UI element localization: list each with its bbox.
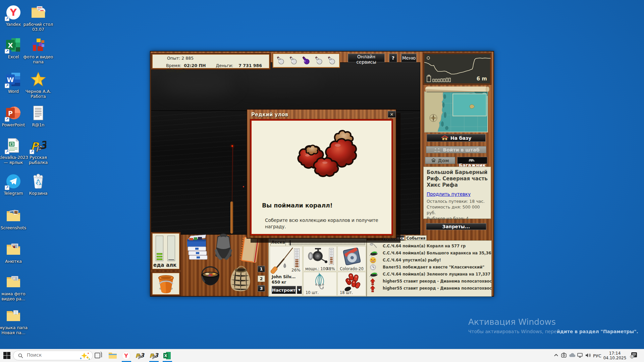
dialog-close-button[interactable]: ✕ (388, 111, 396, 118)
event-row: higher55 ставит рекорд - Дианема полосат… (367, 278, 491, 285)
desktop-icon-muzyka-papa[interactable]: музыка папа Новая па... (0, 308, 30, 335)
trunk-tab-button[interactable]: Багажник (457, 157, 487, 164)
depth-value: 6 m (477, 76, 487, 82)
desktop-icon-anyutka[interactable]: Анютка (0, 241, 30, 264)
tackle-box-icon[interactable] (184, 234, 209, 260)
rare-catch-dialog: Редкий улов ✕ Вы поймали коралл! Соберит… (247, 109, 396, 239)
enter-hq-button[interactable]: Войти в штаб (426, 146, 486, 153)
record-arrow-icon (370, 278, 378, 285)
menu-button[interactable]: Меню (401, 54, 417, 62)
clock[interactable]: 17:14 04.10.2025 (603, 351, 627, 360)
creel-icon[interactable] (227, 265, 254, 294)
search-box[interactable] (13, 351, 93, 360)
line-slider-thumb[interactable] (290, 240, 291, 245)
tray-chevron-icon[interactable] (553, 353, 559, 358)
event-row: Валет51 побеждает в квесте "Классический… (367, 264, 491, 271)
desktop-icon-mama-foto[interactable]: мама фото видео ра... (0, 274, 30, 301)
supplies-panel: еда алк (151, 232, 181, 270)
desktop-icon-chernov-rabota[interactable]: Чернов А.А. Работа (22, 71, 54, 99)
language-indicator[interactable]: РУС (593, 353, 601, 358)
to-base-button[interactable]: На базу (427, 134, 486, 142)
bucket-panel[interactable] (151, 272, 181, 296)
clock-icon (370, 264, 378, 270)
svg-text:3: 3 (40, 139, 46, 152)
online-services-button[interactable]: Онлайн сервисы (348, 54, 385, 62)
pp3-taskbar-button-active[interactable]: Pp3 (149, 351, 158, 360)
task-view-button[interactable] (94, 351, 103, 360)
lures-slot[interactable]: 18 шт. (337, 272, 366, 296)
copilot-sparkle-icon (80, 352, 90, 360)
search-icon (18, 353, 23, 358)
home-icon (431, 158, 436, 163)
desktop-icon-recycle-bin[interactable]: Корзина (22, 173, 54, 196)
reel-slot[interactable]: мощн.: 100 48% (303, 246, 337, 271)
potion-flask-icon[interactable] (327, 56, 336, 67)
start-button[interactable] (3, 352, 10, 360)
dialog-body-text: Соберите всю коллекцию кораллов и получи… (265, 217, 381, 230)
colored-blocks-icon (30, 37, 46, 53)
extend-ticket-link[interactable]: Продлить путевку (427, 191, 471, 197)
keepnet-slot-2-button[interactable]: 2 (258, 276, 265, 282)
minimap[interactable] (424, 86, 490, 134)
potion-flask-icon[interactable] (289, 56, 298, 67)
desktop-icon-rabochiy-stol[interactable]: PDF рабочий стол 03.07 (22, 4, 54, 32)
tray-capture-icon[interactable] (561, 353, 567, 358)
backpack-icon[interactable] (213, 233, 234, 261)
pp3-taskbar-button[interactable]: Pp3 (135, 351, 144, 360)
yandex-taskbar-button[interactable]: Y (122, 351, 130, 360)
desktop-icon-foto-video-papa[interactable]: фото и видео папа (22, 37, 54, 64)
angry-face-icon (370, 257, 378, 263)
help-button[interactable]: ? (389, 54, 397, 62)
keepnet-slot-3-button[interactable]: 3 (258, 285, 265, 292)
file-explorer-button[interactable] (108, 351, 117, 360)
svg-text:X: X (8, 41, 13, 49)
rod-dropdown-button[interactable]: ▼ (297, 286, 302, 294)
fishers-count-line: Рыбаков на базе: 4 (427, 216, 488, 221)
svg-text:X: X (164, 354, 167, 358)
watermark-text-dim: Чтобы активировать Windows, пере (468, 329, 557, 334)
excel-taskbar-button[interactable]: X (163, 351, 171, 360)
rod-percent: 26% (291, 268, 301, 273)
desktop-icon-r1n[interactable]: R@1n (22, 105, 54, 127)
potion-flask-icon[interactable] (314, 56, 323, 67)
home-tab-button[interactable]: Дом (425, 157, 455, 164)
people-icon (433, 147, 441, 152)
potion-flask-icon[interactable] (276, 56, 285, 67)
shortcut-arrow: ↗ (5, 49, 9, 54)
notebook-icon[interactable] (239, 237, 260, 263)
bite-indicator-light (243, 186, 244, 187)
desktop-icon-screenshots[interactable]: Screenshots (0, 208, 30, 230)
rod-handle (230, 201, 233, 234)
svg-text:3: 3 (154, 352, 159, 359)
events-log: С.С.Ч.64 поймал(а) Коралл на 577 гр С.С.… (367, 240, 492, 297)
search-input[interactable] (27, 352, 77, 358)
cauldron-icon[interactable] (199, 263, 222, 294)
keepnet-slot-1-button[interactable]: 1 (258, 266, 265, 272)
notification-center-button[interactable]: 1 (630, 352, 637, 360)
tab-events[interactable]: События (405, 235, 427, 241)
line-slider-track[interactable] (289, 241, 365, 245)
line-name: Colorado-20 (338, 266, 366, 271)
dialog-content: Вы поймали коралл! Соберите всю коллекци… (250, 119, 393, 235)
exp-label: Опыт: (167, 56, 180, 61)
tray-network-icon[interactable] (577, 353, 583, 358)
configure-button[interactable]: Настроить (272, 286, 296, 294)
tray-volume-icon[interactable] (585, 353, 591, 358)
line-spool-icon (343, 248, 361, 265)
cloud (161, 73, 235, 96)
time-value: 02:20 ПН (184, 63, 206, 68)
rod-weight: 650 кг (272, 280, 286, 285)
reel-power: мощн.: 100 (305, 266, 328, 271)
desktop-icon-russkaya-rybalka[interactable]: Pp3 ↗ Русская рыбалка (22, 137, 54, 165)
folder-photo-icon (5, 274, 21, 290)
tray-onedrive-icon[interactable] (569, 353, 575, 358)
rig-slot[interactable]: 10 шт. (303, 272, 337, 296)
bans-button[interactable]: Запреты... (426, 223, 486, 230)
potion-flask-icon-active[interactable] (302, 56, 310, 67)
tray-time: 17:14 (603, 351, 627, 356)
line-slot[interactable]: Colorado-20 (337, 246, 366, 271)
line-tab[interactable]: Леска (270, 239, 286, 246)
rod-slot[interactable]: 26% John Silv... 650 кг Настроить ▼ (270, 246, 303, 296)
house-icon (441, 135, 448, 140)
compass-rose (430, 114, 437, 122)
